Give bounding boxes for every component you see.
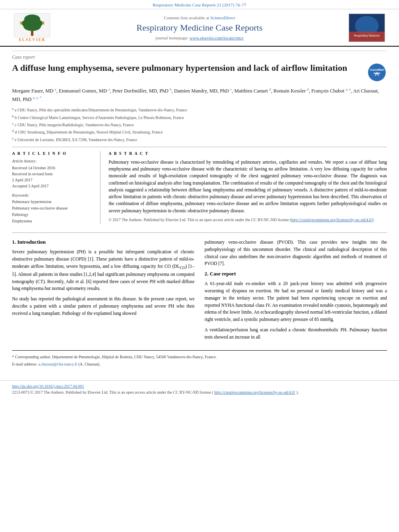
journal-citation-text: Respiratory Medicine Case Reports 21 (20… — [153, 2, 247, 7]
affil-a: a a CHU Nancy, Pôle des spécialités médi… — [12, 107, 387, 113]
section1-title: Introduction — [17, 239, 46, 245]
section2-para2: A ventilation/perfusion lung scan exclud… — [205, 327, 387, 341]
issn-text: 2213-0071/© 2017 The Authors. Published … — [12, 390, 213, 394]
cc-bottom-link[interactable]: http://creativecommons.org/licenses/by-n… — [214, 390, 295, 394]
cc-text-suffix: ). — [372, 218, 375, 222]
elsevier-brand-text: ELSEVIER — [19, 37, 46, 42]
author-email[interactable]: a.chaouat@chu-nancy.fr — [38, 362, 77, 366]
abstract-column: A B S T R A C T Pulmonary veno-occlusive… — [109, 151, 387, 224]
cc-text-prefix: © 2017 The Authors. Published by Elsevie… — [109, 218, 291, 222]
info-abstract-columns: A R T I C L E I N F O Article history: R… — [12, 147, 387, 224]
svg-text:Respiratory Medicine: Respiratory Medicine — [354, 34, 380, 37]
article-title-text: A diffuse lung emphysema, severe pulmona… — [12, 62, 367, 74]
page: Respiratory Medicine Case Reports 21 (20… — [0, 0, 399, 398]
science-direct-prefix: Contents lists available at — [164, 15, 210, 20]
article-info-column: A R T I C L E I N F O Article history: R… — [12, 151, 101, 224]
received-date: Received 14 October 2016 — [12, 165, 94, 171]
keywords-section: Keywords: Pulmonary hypertension Pulmona… — [12, 193, 94, 224]
email-suffix: (A. Chaouat). — [78, 362, 101, 366]
revised-date: 2 April 2017 — [12, 177, 94, 183]
body-col-left: 1. Introduction Severe pulmonary hyperte… — [12, 239, 195, 344]
crossmark-area[interactable]: CrossMark — [367, 62, 387, 82]
journal-cover-image: Respiratory Medicine — [349, 14, 385, 42]
svg-point-4 — [23, 21, 41, 31]
email-footnote: E-mail address: a.chaouat@chu-nancy.fr (… — [12, 361, 387, 367]
elsevier-tree-icon — [14, 13, 50, 37]
issn-line: 2213-0071/© 2017 The Authors. Published … — [12, 389, 387, 395]
revised-label: Received in revised form — [12, 171, 94, 177]
svg-rect-6 — [20, 21, 22, 25]
authors-line: Morgane Faure, MD a, Emmanuel Gomez, MD … — [12, 86, 387, 103]
accepted-date: Accepted 3 April 2017 — [12, 183, 94, 189]
section2-title: Case report — [210, 271, 236, 277]
content-area: Case report A diffuse lung emphysema, se… — [0, 47, 399, 376]
section2-heading: 2. Case report — [205, 271, 387, 277]
affil-e: e e Université de Lorraine, INGRES, EA 7… — [12, 136, 387, 143]
cover-image-area: Respiratory Medicine — [343, 14, 391, 42]
crossmark-icon[interactable]: CrossMark — [368, 64, 386, 81]
cc-link[interactable]: http://creativecommons.org/licenses/by-n… — [291, 218, 372, 222]
article-title-area: A diffuse lung emphysema, severe pulmona… — [12, 62, 387, 82]
keyword-4: Emphysema — [12, 218, 94, 224]
article-type-label: Case report — [12, 51, 387, 60]
abstract-paragraph: Pulmonary veno-occlusive disease is char… — [109, 159, 387, 214]
science-direct-notice: Contents lists available at ScienceDirec… — [60, 15, 339, 20]
cover-art: Respiratory Medicine — [349, 14, 385, 42]
journal-header: ELSEVIER Contents lists available at Sci… — [0, 9, 399, 47]
svg-text:CrossMark: CrossMark — [370, 68, 384, 72]
keyword-2: Pulmonary veno-occlusive disease — [12, 205, 94, 212]
doi-line: http://dx.doi.org/10.1016/j.rmcr.2017.04… — [12, 383, 387, 389]
affil-c: c c CHU Nancy, Pôle imagerie/Radidiologi… — [12, 121, 387, 128]
email-label: E-mail address: — [12, 362, 38, 366]
abstract-body: Pulmonary veno-occlusive disease is char… — [109, 159, 387, 223]
cc-license: © 2017 The Authors. Published by Elsevie… — [109, 217, 387, 223]
article-info-heading: A R T I C L E I N F O — [12, 151, 94, 156]
journal-title-area: Contents lists available at ScienceDirec… — [56, 15, 343, 40]
section1-para2: No study has reported the pathological a… — [12, 296, 195, 317]
keywords-label: Keywords: — [12, 193, 94, 197]
elsevier-logo-area: ELSEVIER — [8, 13, 56, 42]
doi-link[interactable]: http://dx.doi.org/10.1016/j.rmcr.2017.04… — [12, 384, 84, 388]
svg-rect-5 — [31, 31, 33, 36]
journal-homepage: journal homepage: www.elsevier.com/locat… — [60, 35, 339, 40]
corresponding-author: * Corresponding author. Département de P… — [12, 354, 387, 360]
cc-bottom-end: ). — [296, 390, 299, 394]
elsevier-logo: ELSEVIER — [8, 13, 56, 42]
section1-number: 1. — [12, 239, 16, 245]
section1-right-para: pulmonary veno-occlusive disease (PVOD).… — [205, 239, 387, 267]
section2-number: 2. — [205, 271, 209, 277]
journal-citation-banner: Respiratory Medicine Case Reports 21 (20… — [0, 0, 399, 9]
homepage-prefix: journal homepage: — [155, 35, 189, 40]
section1-para1: Severe pulmonary hypertension (PH) is a … — [12, 249, 195, 292]
article-history-label: Article history: — [12, 159, 94, 163]
section1-heading: 1. Introduction — [12, 239, 195, 245]
section2-para1: A 61-year-old male ex-smoker with a 20 p… — [205, 280, 387, 323]
body-columns: 1. Introduction Severe pulmonary hyperte… — [12, 239, 387, 344]
abstract-heading: A B S T R A C T — [109, 151, 387, 156]
keyword-1: Pulmonary hypertension — [12, 199, 94, 205]
svg-rect-7 — [43, 21, 44, 25]
body-content: 1. Introduction Severe pulmonary hyperte… — [12, 232, 387, 367]
affiliations: a a CHU Nancy, Pôle des spécialités médi… — [12, 107, 387, 143]
footnotes: * Corresponding author. Département de P… — [12, 350, 387, 367]
bottom-bar: http://dx.doi.org/10.1016/j.rmcr.2017.04… — [0, 380, 399, 398]
affil-d: d d CHU Strasbourg, Département de Pneum… — [12, 129, 387, 135]
crossmark-svg: CrossMark — [370, 65, 384, 80]
body-col-right: pulmonary veno-occlusive disease (PVOD).… — [205, 239, 387, 344]
homepage-link[interactable]: www.elsevier.com/locate/rmcr — [189, 35, 243, 40]
science-direct-link[interactable]: ScienceDirect — [210, 15, 235, 20]
affil-b: b b Centre Chirurgical Marie Lannelongue… — [12, 114, 387, 121]
journal-title: Respiratory Medicine Case Reports — [60, 23, 339, 33]
keyword-3: Pathology — [12, 212, 94, 218]
